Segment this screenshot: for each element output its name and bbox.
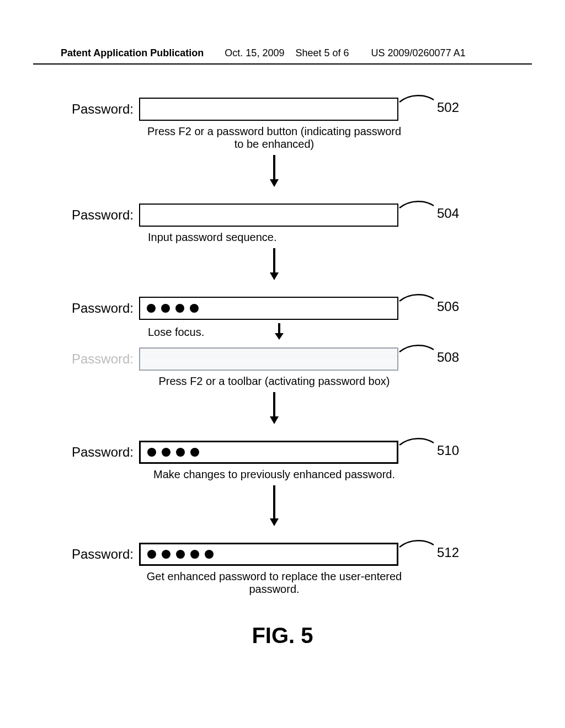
step-502: Password: 502 Press F2 or a password but…	[56, 98, 509, 188]
caption-506: Lose focus.	[145, 323, 204, 339]
password-box-510	[139, 441, 398, 464]
arrow-down-icon	[268, 484, 281, 527]
caption-502: Press F2 or a password button (indicatin…	[145, 125, 404, 151]
publication-type: Patent Application Publication	[61, 47, 204, 59]
svg-marker-5	[275, 333, 284, 340]
svg-marker-9	[270, 518, 279, 526]
mask-dot-icon	[190, 550, 199, 559]
password-label-faded: Password:	[56, 351, 139, 367]
callout-line-icon	[398, 438, 437, 466]
svg-marker-7	[270, 416, 279, 424]
step-506: Password: 506 Lose focus.	[56, 297, 509, 341]
step-504: Password: 504 Input password sequence.	[56, 204, 509, 281]
callout-line-icon	[398, 345, 437, 373]
mask-dot-icon	[190, 304, 199, 313]
mask-dot-icon	[147, 304, 156, 313]
caption-510: Make changes to previously enhanced pass…	[145, 468, 404, 481]
mask-dot-icon	[147, 448, 156, 457]
password-box-512	[139, 543, 398, 566]
password-label: Password:	[56, 301, 139, 316]
arrow-down-icon	[268, 391, 281, 425]
mask-dot-icon	[176, 550, 185, 559]
svg-marker-3	[270, 272, 279, 280]
ref-numeral-502: 502	[437, 100, 459, 115]
ref-numeral-506: 506	[437, 299, 459, 314]
mask-dot-icon	[176, 448, 185, 457]
mask-dot-icon	[205, 550, 214, 559]
arrow-down-icon	[273, 322, 286, 341]
mask-dot-icon	[147, 550, 156, 559]
ref-numeral-508: 508	[437, 350, 459, 365]
mask-dot-icon	[161, 304, 170, 313]
callout-line-icon	[398, 540, 437, 568]
svg-marker-1	[270, 179, 279, 187]
password-box-508	[139, 347, 398, 371]
header-rule	[33, 63, 532, 65]
callout-line-icon	[398, 295, 437, 322]
mask-dot-icon	[162, 448, 170, 457]
caption-504: Input password sequence.	[145, 231, 404, 244]
password-label: Password:	[56, 207, 139, 223]
ref-numeral-512: 512	[437, 545, 459, 560]
caption-508: Press F2 or a toolbar (activating passwo…	[145, 375, 404, 388]
publication-date: Oct. 15, 2009	[225, 47, 284, 59]
mask-dot-icon	[190, 448, 199, 457]
step-512: Password: 512 Get enhanced password to r…	[56, 543, 509, 596]
password-box-504	[139, 204, 398, 227]
arrow-down-icon	[268, 247, 281, 281]
sheet-number: Sheet 5 of 6	[295, 47, 349, 59]
password-label: Password:	[56, 101, 139, 117]
password-box-506	[139, 297, 398, 320]
step-510: Password: 510 Make changes to previously…	[56, 441, 509, 527]
figure-title: FIG. 5	[56, 623, 509, 648]
caption-512: Get enhanced password to replace the use…	[145, 570, 404, 596]
password-label: Password:	[56, 445, 139, 460]
password-box-502	[139, 98, 398, 121]
flow-diagram: Password: 502 Press F2 or a password but…	[56, 98, 509, 648]
page-header: Patent Application Publication Oct. 15, …	[0, 0, 565, 63]
ref-numeral-510: 510	[437, 443, 459, 458]
callout-line-icon	[398, 201, 437, 229]
publication-number: US 2009/0260077 A1	[371, 47, 466, 59]
password-label: Password:	[56, 547, 139, 562]
mask-dot-icon	[162, 550, 170, 559]
step-508: Password: 508 Press F2 or a toolbar (act…	[56, 347, 509, 425]
arrow-down-icon	[268, 154, 281, 188]
mask-dot-icon	[175, 304, 184, 313]
callout-line-icon	[398, 95, 437, 123]
ref-numeral-504: 504	[437, 206, 459, 221]
